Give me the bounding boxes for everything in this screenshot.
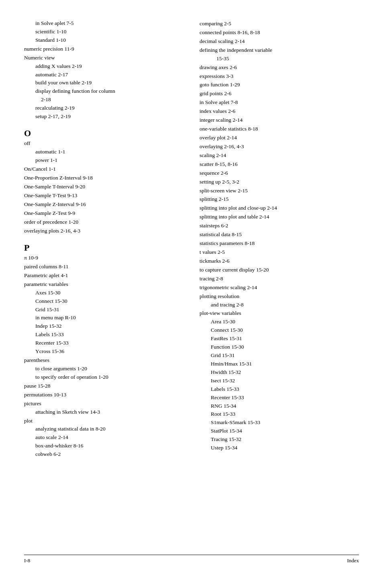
list-item: connected points 8-16, 8-18 (200, 29, 359, 37)
list-item: order of precedence 1-20 (24, 218, 183, 227)
list-item: Indep 15-32 (24, 322, 183, 331)
list-item: StatPlot 15-34 (200, 427, 359, 435)
list-item: split-screen view 2-15 (200, 187, 359, 195)
list-item: Ustep 15-34 (200, 444, 359, 452)
list-item: sequence 2-6 (200, 169, 359, 178)
list-item: adding X values 2-19 (24, 62, 183, 71)
right-column: comparing 2-5 connected points 8-16, 8-1… (200, 19, 359, 547)
list-item: goto function 1-29 (200, 81, 359, 89)
footer-page-number: I-8 (24, 557, 30, 564)
list-item: Axes 15-30 (24, 289, 183, 297)
list-item: comparing 2-5 (200, 20, 359, 28)
list-item: to specify order of operation 1-20 (24, 373, 183, 382)
list-item: One-Sample T-Interval 9-20 (24, 183, 183, 191)
list-item: in Solve aplet 7-5 (24, 19, 183, 28)
section-o: O off automatic 1-1 power 1-1 On/Cancel … (24, 128, 183, 235)
list-item: index values 2-6 (200, 107, 359, 116)
page: in Solve aplet 7-5 scientific 1-10 Stand… (0, 0, 383, 588)
list-item: attaching in Sketch view 14-3 (24, 408, 183, 416)
list-item: setup 2-17, 2-19 (24, 112, 183, 121)
list-item: scatter 8-15, 8-16 (200, 160, 359, 169)
list-item: in Solve aplet 7-8 (200, 98, 359, 107)
list-item: One-Proportion Z-Interval 9-18 (24, 174, 183, 182)
list-item: Isect 15-32 (200, 377, 359, 385)
list-item: trigonometric scaling 2-14 (200, 284, 359, 292)
list-item: RNG 15-34 (200, 402, 359, 410)
list-item: analyzing statistical data in 8-20 (24, 425, 183, 433)
list-item: box-and-whisker 8-16 (24, 442, 183, 450)
list-item: Tracing 15-32 (200, 435, 359, 444)
list-item: drawing axes 2-6 (200, 63, 359, 72)
list-item: plotting resolution (200, 292, 359, 301)
intro-entries: in Solve aplet 7-5 scientific 1-10 Stand… (24, 19, 183, 121)
list-item: automatic 1-1 (24, 148, 183, 156)
list-item: Ycross 15-36 (24, 347, 183, 356)
list-item: overlay plot 2-14 (200, 134, 359, 142)
list-item: One-Sample Z-Interval 9-16 (24, 200, 183, 209)
list-item: overlaying plots 2-16, 4-3 (24, 227, 183, 235)
list-item: cobweb 6-2 (24, 450, 183, 459)
list-item: t values 2-5 (200, 248, 359, 257)
list-item: 2-18 (24, 96, 183, 104)
list-item: off (24, 139, 183, 148)
list-item: to capture current display 15-20 (200, 266, 359, 274)
list-item: in menu map R-10 (24, 314, 183, 322)
list-item: parentheses (24, 356, 183, 365)
list-item: Area 15-30 (200, 318, 359, 326)
list-item: display defining function for column (24, 87, 183, 96)
section-header-o: O (24, 128, 183, 139)
list-item: Recenter 15-33 (200, 394, 359, 402)
list-item: Connect 15-30 (24, 297, 183, 306)
list-item: splitting into plot and close-up 2-14 (200, 204, 359, 212)
list-item: FastRes 15-31 (200, 335, 359, 343)
list-item: 15-35 (200, 55, 359, 63)
list-item: One-Sample T-Test 9-13 (24, 192, 183, 200)
list-item: Hmin/Hmax 15-31 (200, 360, 359, 368)
content-columns: in Solve aplet 7-5 scientific 1-10 Stand… (24, 19, 359, 547)
list-item: Hwidth 15-32 (200, 368, 359, 377)
list-item: Numeric view (24, 54, 183, 62)
list-item: integer scaling 2-14 (200, 116, 359, 125)
list-item: tracing 2-8 (200, 275, 359, 283)
list-item: automatic 2-17 (24, 71, 183, 79)
list-item: recalculating 2-19 (24, 104, 183, 112)
list-item: Grid 15-31 (24, 306, 183, 314)
list-item: power 1-1 (24, 156, 183, 165)
list-item: to close arguments 1-20 (24, 365, 183, 373)
list-item: S1mark-S5mark 15-33 (200, 419, 359, 427)
list-item: Root 15-33 (200, 410, 359, 419)
list-item: pause 15-28 (24, 382, 183, 390)
list-item: π 10-9 (24, 254, 183, 262)
section-p: P π 10-9 paired columns 8-11 Parametric … (24, 243, 183, 459)
list-item: and tracing 2-8 (200, 301, 359, 309)
list-item: Labels 15-33 (24, 331, 183, 339)
left-column: in Solve aplet 7-5 scientific 1-10 Stand… (24, 19, 183, 547)
list-item: Standard 1-10 (24, 36, 183, 45)
list-item: one-variable statistics 8-18 (200, 125, 359, 133)
list-item: permutations 10-13 (24, 391, 183, 399)
list-item: decimal scaling 2-14 (200, 37, 359, 46)
list-item: numeric precision 11-9 (24, 45, 183, 53)
list-item: splitting 2-15 (200, 195, 359, 204)
list-item: Function 15-30 (200, 343, 359, 351)
list-item: defining the independent variable (200, 46, 359, 55)
list-item: paired columns 8-11 (24, 263, 183, 271)
list-item: grid points 2-6 (200, 90, 359, 98)
list-item: expressions 3-3 (200, 72, 359, 81)
list-item: scientific 1-10 (24, 28, 183, 36)
list-item: plot (24, 417, 183, 425)
footer: I-8 Index (24, 555, 359, 564)
list-item: tickmarks 2-6 (200, 257, 359, 265)
list-item: statistics parameters 8-18 (200, 239, 359, 248)
footer-section-label: Index (347, 557, 359, 564)
list-item: parametric variables (24, 280, 183, 289)
list-item: statistical data 8-15 (200, 231, 359, 239)
list-item: scaling 2-14 (200, 151, 359, 160)
list-item: plot-view variables (200, 309, 359, 318)
list-item: Connect 15-30 (200, 326, 359, 335)
list-item: One-Sample Z-Test 9-9 (24, 209, 183, 218)
list-item: Grid 15-31 (200, 351, 359, 360)
list-item: On/Cancel 1-1 (24, 165, 183, 174)
list-item: overlaying 2-16, 4-3 (200, 143, 359, 151)
section-header-p: P (24, 243, 183, 253)
